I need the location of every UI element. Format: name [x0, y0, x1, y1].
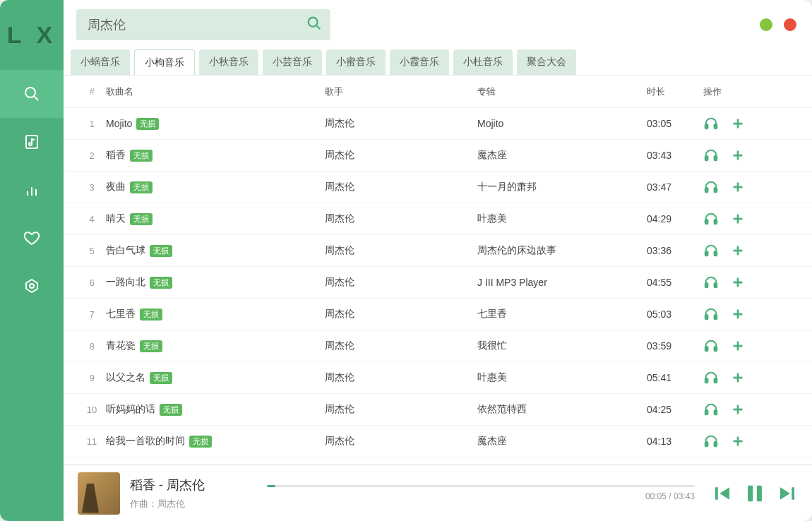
add-button[interactable] — [730, 148, 746, 163]
quality-badge: 无损 — [160, 404, 182, 416]
search-input[interactable] — [88, 18, 295, 32]
quality-badge: 无损 — [150, 277, 172, 289]
headphones-icon — [703, 116, 719, 131]
table-row[interactable]: 6一路向北 无损周杰伦J III MP3 Player04:55 — [64, 267, 812, 299]
play-button[interactable] — [703, 370, 719, 385]
svg-rect-57 — [748, 485, 753, 501]
cell-name: 听妈妈的话 无损 — [106, 403, 325, 416]
add-button[interactable] — [730, 433, 746, 449]
cell-name: Mojito 无损 — [106, 118, 325, 130]
search-icon — [23, 85, 40, 102]
tab-source[interactable]: 小秋音乐 — [199, 49, 258, 75]
table-row[interactable]: 3夜曲 无损周杰伦十一月的萧邦03:47 — [64, 172, 812, 203]
table-row[interactable]: 8青花瓷 无损周杰伦我很忙03:59 — [64, 330, 812, 362]
table-row[interactable]: 7七里香 无损周杰伦七里香05:03 — [64, 299, 812, 330]
cell-action — [703, 243, 774, 258]
headphones-icon — [703, 306, 719, 322]
minimize-button[interactable] — [760, 18, 772, 31]
svg-marker-7 — [26, 280, 37, 292]
cell-duration: 05:03 — [647, 309, 703, 320]
cell-album: 魔杰座 — [477, 149, 647, 162]
svg-rect-40 — [715, 347, 717, 351]
previous-button[interactable] — [712, 483, 733, 504]
svg-marker-56 — [720, 487, 729, 500]
tab-source[interactable]: 小芸音乐 — [263, 49, 322, 75]
play-button[interactable] — [703, 275, 719, 290]
cell-name: 晴天 无损 — [106, 212, 325, 225]
cell-name: 青花瓷 无损 — [106, 340, 325, 352]
table-body[interactable]: 1Mojito 无损周杰伦Mojito03:052稻香 无损周杰伦魔杰座03:4… — [64, 108, 812, 465]
progress-fill — [267, 485, 275, 487]
nav-settings[interactable] — [0, 262, 64, 310]
table-row[interactable]: 11给我一首歌的时间 无损周杰伦魔杰座04:13 — [64, 426, 812, 457]
svg-rect-44 — [715, 378, 717, 383]
add-button[interactable] — [730, 306, 746, 322]
progress-area: 00:05 / 03:43 — [267, 485, 695, 501]
play-button[interactable] — [703, 179, 719, 195]
add-button[interactable] — [730, 370, 746, 385]
add-button[interactable] — [730, 116, 746, 131]
album-art[interactable] — [78, 472, 120, 515]
cell-index: 3 — [78, 182, 106, 193]
close-button[interactable] — [784, 18, 796, 31]
play-button[interactable] — [703, 243, 719, 258]
add-button[interactable] — [730, 338, 746, 354]
play-pause-button[interactable] — [743, 481, 767, 505]
cell-album: 魔杰座 — [477, 435, 647, 448]
svg-line-1 — [35, 97, 39, 101]
cell-album: 叶惠美 — [477, 371, 647, 384]
progress-bar[interactable] — [267, 485, 695, 487]
add-button[interactable] — [730, 275, 746, 290]
tab-source[interactable]: 小杜音乐 — [453, 49, 513, 75]
nav-songlist[interactable] — [0, 118, 64, 166]
quality-badge: 无损 — [140, 340, 162, 352]
cell-index: 9 — [78, 373, 106, 383]
cell-artist: 周杰伦 — [325, 276, 477, 289]
nav-leaderboard[interactable] — [0, 166, 64, 214]
play-button[interactable] — [703, 338, 719, 354]
current-time: 00:05 — [645, 491, 667, 501]
cell-name: 给我一首歌的时间 无损 — [106, 435, 325, 448]
tab-source[interactable]: 小霞音乐 — [390, 49, 449, 75]
track-title: 稻香 - 周杰伦 — [130, 477, 257, 493]
quality-badge: 无损 — [150, 245, 172, 257]
play-button[interactable] — [703, 433, 719, 449]
play-button[interactable] — [703, 211, 719, 227]
add-button[interactable] — [730, 211, 746, 227]
table-row[interactable]: 1Mojito 无损周杰伦Mojito03:05 — [64, 108, 812, 140]
table-row[interactable]: 2稻香 无损周杰伦魔杰座03:43 — [64, 140, 812, 172]
search-button[interactable] — [306, 16, 322, 34]
cell-action — [703, 116, 774, 131]
cell-index: 10 — [78, 405, 106, 415]
play-button[interactable] — [703, 116, 719, 131]
table-row[interactable]: 10听妈妈的话 无损周杰伦依然范特西04:25 — [64, 394, 812, 426]
play-button[interactable] — [703, 402, 719, 417]
nav-search[interactable] — [0, 70, 64, 118]
table-row[interactable]: 4晴天 无损周杰伦叶惠美04:29 — [64, 203, 812, 235]
svg-rect-51 — [705, 442, 708, 446]
play-button[interactable] — [703, 148, 719, 163]
add-button[interactable] — [730, 179, 746, 195]
quality-badge: 无损 — [130, 213, 153, 225]
cell-album: 依然范特西 — [477, 403, 647, 416]
nav-favorites[interactable] — [0, 214, 64, 262]
tab-source[interactable]: 小蜗音乐 — [71, 49, 130, 75]
header-action: 操作 — [703, 85, 774, 98]
play-button[interactable] — [703, 306, 719, 322]
table-row[interactable]: 9以父之名 无损周杰伦叶惠美05:41 — [64, 362, 812, 394]
add-button[interactable] — [730, 243, 746, 258]
headphones-icon — [703, 338, 719, 354]
headphones-icon — [703, 402, 719, 417]
svg-rect-27 — [705, 251, 708, 256]
svg-rect-35 — [705, 315, 708, 319]
quality-badge: 无损 — [140, 309, 162, 321]
plus-icon — [730, 116, 746, 131]
table-row[interactable]: 5告白气球 无损周杰伦周杰伦的床边故事03:36 — [64, 235, 812, 267]
cell-index: 2 — [78, 150, 106, 161]
next-button[interactable] — [777, 483, 798, 504]
tab-source[interactable]: 小蜜音乐 — [326, 49, 386, 75]
tab-source[interactable]: 小枸音乐 — [134, 49, 195, 75]
add-button[interactable] — [730, 402, 746, 417]
results-table: # 歌曲名 歌手 专辑 时长 操作 1Mojito 无损周杰伦Mojito03:… — [64, 75, 812, 465]
tab-source[interactable]: 聚合大会 — [517, 49, 576, 75]
